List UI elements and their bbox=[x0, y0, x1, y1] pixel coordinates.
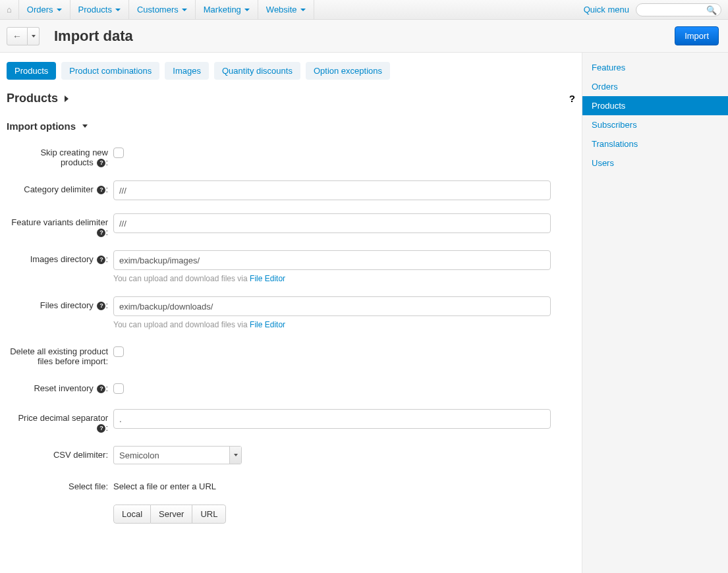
page-header: ← Import data Import bbox=[0, 20, 728, 53]
label-csv-delim: CSV delimiter: bbox=[7, 446, 113, 460]
help-icon[interactable]: ? bbox=[97, 424, 105, 433]
btn-url[interactable]: URL bbox=[192, 505, 226, 524]
label-images-dir: Images directory ?: bbox=[7, 250, 113, 264]
checkbox-reset-inventory[interactable] bbox=[113, 383, 124, 394]
caret-icon bbox=[244, 9, 250, 11]
help-icon[interactable]: ? bbox=[97, 385, 105, 393]
input-files-dir[interactable] bbox=[113, 296, 551, 316]
caret-icon bbox=[182, 9, 187, 11]
tab-product-combinations[interactable]: Product combinations bbox=[61, 62, 159, 80]
sidebar: Features Orders Products Subscribers Tra… bbox=[582, 53, 728, 573]
label-skip-new: Skip creating new products ?: bbox=[7, 144, 113, 167]
caret-down-icon bbox=[32, 35, 36, 38]
subsection-header[interactable]: Import options bbox=[7, 121, 575, 132]
file-source-group: Local Server URL bbox=[113, 505, 226, 524]
label-delete-files: Delete all existing product files before… bbox=[7, 342, 113, 366]
hint-files-dir: You can upload and download files via Fi… bbox=[113, 320, 551, 329]
arrow-left-icon: ← bbox=[13, 31, 22, 41]
sidebar-item-orders[interactable]: Orders bbox=[582, 77, 728, 96]
nav-marketing[interactable]: Marketing bbox=[196, 0, 258, 19]
caret-down-icon bbox=[234, 454, 238, 456]
label-price-sep: Price decimal separator ?: bbox=[7, 409, 113, 433]
search-icon[interactable]: 🔍 bbox=[706, 5, 717, 15]
home-icon: ⌂ bbox=[7, 5, 12, 14]
help-icon[interactable]: ? bbox=[97, 229, 105, 237]
link-file-editor[interactable]: File Editor bbox=[250, 320, 285, 329]
nav-products[interactable]: Products bbox=[70, 0, 129, 19]
sidebar-item-features[interactable]: Features bbox=[582, 58, 728, 77]
help-icon[interactable]: ? bbox=[97, 256, 105, 264]
btn-local[interactable]: Local bbox=[113, 505, 151, 524]
nav-website[interactable]: Website bbox=[258, 0, 314, 19]
tab-images[interactable]: Images bbox=[165, 62, 209, 80]
help-icon[interactable]: ? bbox=[569, 93, 575, 104]
select-csv-delim[interactable]: Semicolon bbox=[113, 446, 242, 464]
label-feat-delim: Feature variants delimiter ?: bbox=[7, 213, 113, 237]
label-select-file: Select file: bbox=[7, 478, 113, 491]
label-files-dir: Files directory ?: bbox=[7, 296, 113, 310]
subsection-title: Import options bbox=[7, 121, 76, 132]
caret-icon bbox=[300, 9, 306, 11]
btn-server[interactable]: Server bbox=[151, 505, 192, 524]
help-icon[interactable]: ? bbox=[97, 186, 105, 194]
checkbox-skip-new[interactable] bbox=[113, 148, 124, 158]
section-title: Products bbox=[7, 92, 58, 105]
section-header: Products ? bbox=[7, 92, 575, 106]
tabs: Products Product combinations Images Qua… bbox=[7, 62, 575, 80]
sidebar-item-subscribers[interactable]: Subscribers bbox=[582, 115, 728, 134]
tab-option-exceptions[interactable]: Option exceptions bbox=[306, 62, 390, 80]
select-caret[interactable] bbox=[229, 447, 241, 464]
tab-products[interactable]: Products bbox=[7, 62, 56, 80]
label-cat-delim: Category delimiter ?: bbox=[7, 180, 113, 194]
nav-home[interactable]: ⌂ bbox=[0, 0, 19, 19]
sidebar-item-translations[interactable]: Translations bbox=[582, 134, 728, 153]
hint-images-dir: You can upload and download files via Fi… bbox=[113, 274, 551, 283]
quick-menu[interactable]: Quick menu bbox=[584, 5, 629, 14]
checkbox-delete-files[interactable] bbox=[113, 346, 124, 357]
help-icon[interactable]: ? bbox=[97, 159, 105, 167]
search-box: 🔍 bbox=[636, 3, 721, 16]
input-feat-delim[interactable] bbox=[113, 213, 551, 233]
chevron-right-icon[interactable] bbox=[65, 96, 69, 102]
input-cat-delim[interactable] bbox=[113, 180, 551, 200]
sidebar-item-users[interactable]: Users bbox=[582, 153, 728, 173]
top-nav: ⌂ Orders Products Customers Marketing We… bbox=[0, 0, 728, 20]
input-price-sep[interactable] bbox=[113, 409, 551, 429]
caret-icon bbox=[57, 9, 62, 11]
input-images-dir[interactable] bbox=[113, 250, 551, 270]
import-button[interactable]: Import bbox=[675, 26, 719, 45]
nav-orders[interactable]: Orders bbox=[19, 0, 70, 19]
link-file-editor[interactable]: File Editor bbox=[250, 274, 285, 283]
sidebar-item-products[interactable]: Products bbox=[582, 96, 728, 115]
caret-down-icon bbox=[82, 124, 88, 128]
page-title: Import data bbox=[54, 28, 133, 45]
select-csv-delim-value: Semicolon bbox=[114, 447, 229, 464]
select-file-text: Select a file or enter a URL bbox=[113, 478, 551, 491]
help-icon[interactable]: ? bbox=[97, 302, 105, 310]
back-button[interactable]: ← bbox=[7, 27, 28, 45]
back-dropdown[interactable] bbox=[28, 27, 40, 45]
tab-quantity-discounts[interactable]: Quantity discounts bbox=[214, 62, 300, 80]
caret-icon bbox=[115, 9, 121, 11]
nav-customers[interactable]: Customers bbox=[129, 0, 196, 19]
label-reset-inventory: Reset inventory ?: bbox=[7, 379, 113, 393]
